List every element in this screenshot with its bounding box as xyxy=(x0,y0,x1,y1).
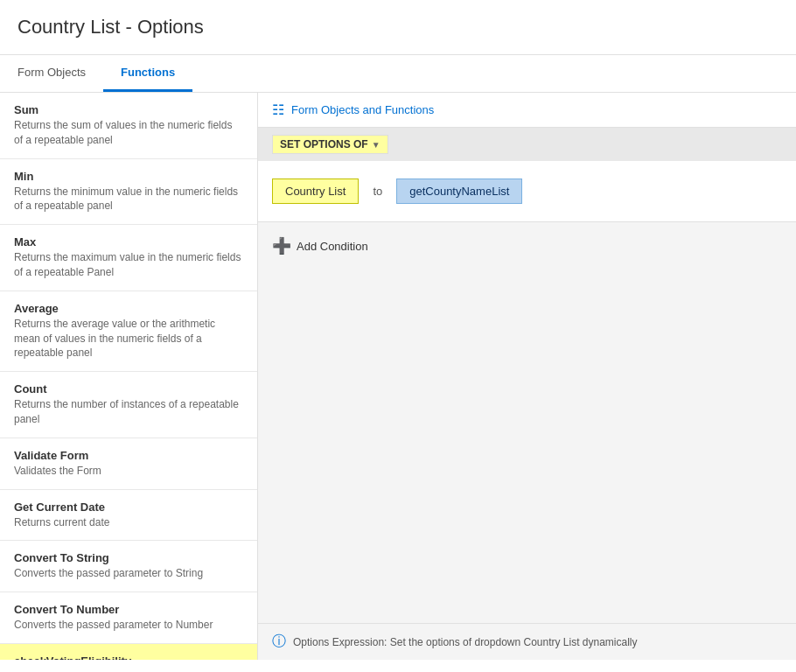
list-item-title-convert-to-number: Convert To Number xyxy=(14,603,243,616)
list-item-average[interactable]: Average Returns the average value or the… xyxy=(0,291,257,372)
spacer xyxy=(258,270,796,623)
list-item-title-min: Min xyxy=(14,170,243,183)
list-item-desc-max: Returns the maximum value in the numeric… xyxy=(14,250,243,280)
page-header: Country List - Options xyxy=(0,0,796,55)
tab-functions[interactable]: Functions xyxy=(103,55,192,92)
main-layout: Sum Returns the sum of values in the num… xyxy=(0,93,796,660)
list-item-desc-convert-to-number: Converts the passed parameter to Number xyxy=(14,618,243,633)
form-objects-functions-link[interactable]: Form Objects and Functions xyxy=(291,103,434,116)
form-objects-functions-icon: ☷ xyxy=(272,102,284,118)
add-condition-row: ➕ Add Condition xyxy=(258,222,796,270)
list-item-desc-convert-to-string: Converts the passed parameter to String xyxy=(14,566,243,581)
left-panel: Sum Returns the sum of values in the num… xyxy=(0,93,258,660)
chevron-down-icon: ▼ xyxy=(372,140,381,150)
tab-form-objects[interactable]: Form Objects xyxy=(0,55,103,92)
list-item-get-current-date[interactable]: Get Current Date Returns current date xyxy=(0,490,257,542)
rule-field-box[interactable]: Country List xyxy=(272,178,359,204)
tabs-bar: Form Objects Functions xyxy=(0,55,796,93)
rule-function-box[interactable]: getCountyNameList xyxy=(396,178,522,204)
info-icon: ⓘ xyxy=(272,633,286,651)
list-item-desc-sum: Returns the sum of values in the numeric… xyxy=(14,118,243,148)
list-item-title-checkVotingEligibility: checkVotingEligibility xyxy=(14,654,243,660)
add-condition-button[interactable]: ➕ Add Condition xyxy=(272,236,368,256)
page-title: Country List - Options xyxy=(17,16,779,38)
list-item-title-count: Count xyxy=(14,382,243,396)
list-item-checkVotingEligibility[interactable]: checkVotingEligibility xyxy=(0,644,257,660)
list-item-convert-to-string[interactable]: Convert To String Converts the passed pa… xyxy=(0,541,257,592)
list-item-title-convert-to-string: Convert To String xyxy=(14,551,243,564)
right-header: ☷ Form Objects and Functions xyxy=(258,93,796,128)
right-panel: ☷ Form Objects and Functions SET OPTIONS… xyxy=(258,93,796,660)
rule-body: Country List to getCountyNameList xyxy=(258,161,796,221)
add-condition-label: Add Condition xyxy=(297,240,368,253)
list-item-desc-average: Returns the average value or the arithme… xyxy=(14,317,243,360)
list-item-title-sum: Sum xyxy=(14,103,243,116)
rule-header: SET OPTIONS OF ▼ xyxy=(258,128,796,161)
bottom-bar-text: Options Expression: Set the options of d… xyxy=(293,636,638,648)
list-item-desc-min: Returns the minimum value in the numeric… xyxy=(14,185,243,214)
list-item-max[interactable]: Max Returns the maximum value in the num… xyxy=(0,225,257,291)
plus-icon: ➕ xyxy=(272,236,291,256)
list-item-min[interactable]: Min Returns the minimum value in the num… xyxy=(0,159,257,226)
list-item-desc-count: Returns the number of instances of a rep… xyxy=(14,397,243,427)
list-item-desc-validate-form: Validates the Form xyxy=(14,464,243,479)
functions-list[interactable]: Sum Returns the sum of values in the num… xyxy=(0,93,257,660)
list-item-convert-to-number[interactable]: Convert To Number Converts the passed pa… xyxy=(0,592,257,644)
list-item-desc-get-current-date: Returns current date xyxy=(14,515,243,530)
bottom-bar: ⓘ Options Expression: Set the options of… xyxy=(258,623,796,660)
rule-label[interactable]: SET OPTIONS OF ▼ xyxy=(272,135,388,154)
list-item-count[interactable]: Count Returns the number of instances of… xyxy=(0,372,257,438)
rule-block: SET OPTIONS OF ▼ Country List to getCoun… xyxy=(258,128,796,222)
list-item-title-max: Max xyxy=(14,235,243,248)
list-item-title-average: Average xyxy=(14,302,243,315)
list-item-title-get-current-date: Get Current Date xyxy=(14,500,243,514)
rule-to-label: to xyxy=(373,185,382,198)
list-item-sum[interactable]: Sum Returns the sum of values in the num… xyxy=(0,93,257,159)
list-item-validate-form[interactable]: Validate Form Validates the Form xyxy=(0,438,257,490)
list-item-title-validate-form: Validate Form xyxy=(14,449,243,462)
